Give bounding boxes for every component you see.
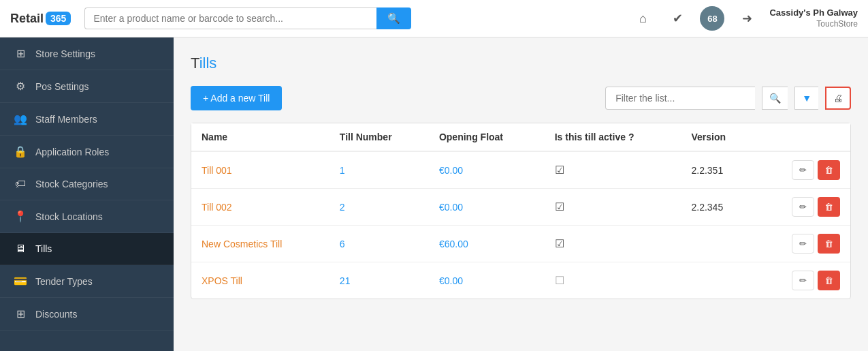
- till-version-cell: [681, 226, 756, 262]
- till-active-cell: ☑: [545, 151, 681, 189]
- till-actions-cell: ✏ 🗑: [756, 262, 850, 299]
- till-active-checkbox[interactable]: ☑: [555, 164, 564, 176]
- discounts-icon: ⊞: [14, 307, 27, 320]
- store-settings-icon: ⊞: [14, 47, 27, 60]
- action-buttons: ✏ 🗑: [767, 160, 840, 180]
- header-icons: ⌂ ✔ 68 ➜ Cassidy's Ph Galway TouchStore: [630, 6, 858, 31]
- col-name: Name: [191, 123, 329, 151]
- delete-till-button[interactable]: 🗑: [818, 234, 840, 254]
- title-prefix: T: [191, 55, 199, 72]
- table-row: XPOS Till 21 €0.00 ☐ ✏ 🗑: [191, 262, 850, 299]
- col-actions: [756, 123, 850, 151]
- filter-input[interactable]: [605, 87, 755, 110]
- check-icon[interactable]: ✔: [665, 6, 690, 31]
- sidebar-item-discounts[interactable]: ⊞ Discounts: [0, 298, 174, 331]
- till-number-cell: 2: [329, 189, 429, 226]
- sidebar-item-staff-members[interactable]: 👥 Staff Members: [0, 103, 174, 136]
- sidebar-item-application-roles[interactable]: 🔒 Application Roles: [0, 136, 174, 168]
- tills-table-container: Name Till Number Opening Float Is this t…: [191, 123, 851, 299]
- action-buttons: ✏ 🗑: [767, 271, 840, 290]
- logo-badge: 365: [46, 12, 71, 25]
- user-info: Cassidy's Ph Galway TouchStore: [769, 7, 858, 29]
- page-title: Tills: [191, 55, 851, 72]
- till-name-cell: Till 001: [191, 151, 329, 189]
- tills-icon: 🖥: [14, 243, 27, 255]
- add-till-button[interactable]: + Add a new Till: [191, 86, 282, 110]
- user-name: Cassidy's Ph Galway: [769, 7, 858, 19]
- till-number-value: 21: [340, 275, 351, 286]
- till-actions-cell: ✏ 🗑: [756, 189, 850, 226]
- till-name-cell: XPOS Till: [191, 262, 329, 299]
- sidebar-label-stock-categories: Stock Categories: [35, 179, 108, 189]
- delete-till-button[interactable]: 🗑: [818, 160, 840, 180]
- notification-badge[interactable]: 68: [700, 6, 724, 31]
- application-roles-icon: 🔒: [14, 145, 27, 158]
- sidebar-label-stock-locations: Stock Locations: [35, 211, 103, 222]
- edit-till-button[interactable]: ✏: [792, 197, 814, 217]
- edit-till-button[interactable]: ✏: [792, 271, 814, 290]
- till-active-cell: ☑: [545, 189, 681, 226]
- till-active-checkbox[interactable]: ☐: [555, 275, 564, 286]
- till-float-cell: €0.00: [429, 262, 545, 299]
- col-active: Is this till active ?: [545, 123, 681, 151]
- till-number-value: 2: [340, 202, 345, 213]
- till-active-checkbox[interactable]: ☑: [555, 201, 564, 213]
- sidebar-label-pos-settings: Pos Settings: [35, 81, 89, 92]
- edit-till-button[interactable]: ✏: [792, 234, 814, 254]
- till-actions-cell: ✏ 🗑: [756, 151, 850, 189]
- till-number-value: 6: [340, 239, 345, 249]
- title-rest: lls: [203, 55, 217, 72]
- till-float-value: €60.00: [439, 239, 468, 249]
- sidebar-label-staff-members: Staff Members: [35, 114, 97, 125]
- till-name-cell: Till 002: [191, 189, 329, 226]
- sidebar-item-stock-categories[interactable]: 🏷 Stock Categories: [0, 168, 174, 200]
- stock-locations-icon: 📍: [14, 210, 27, 223]
- sidebar-label-application-roles: Application Roles: [35, 147, 109, 157]
- tills-table: Name Till Number Opening Float Is this t…: [191, 123, 850, 299]
- sidebar-item-tender-types[interactable]: 💳 Tender Types: [0, 265, 174, 298]
- filter-funnel-button[interactable]: ▼: [794, 87, 818, 110]
- till-number-value: 1: [340, 165, 345, 176]
- sidebar-item-stock-locations[interactable]: 📍 Stock Locations: [0, 200, 174, 233]
- sidebar-label-store-settings: Store Settings: [35, 48, 95, 59]
- delete-till-button[interactable]: 🗑: [818, 197, 840, 217]
- action-buttons: ✏ 🗑: [767, 234, 840, 254]
- till-float-cell: €60.00: [429, 226, 545, 262]
- delete-till-button[interactable]: 🗑: [818, 271, 840, 290]
- sidebar-item-tills[interactable]: 🖥 Tills: [0, 233, 174, 265]
- print-button[interactable]: 🖨: [825, 87, 851, 110]
- till-active-cell: ☐: [545, 262, 681, 299]
- sidebar-item-pos-settings[interactable]: ⚙ Pos Settings: [0, 70, 174, 103]
- header-row: Name Till Number Opening Float Is this t…: [191, 123, 850, 151]
- sidebar-label-tills: Tills: [35, 243, 52, 254]
- sidebar-label-tender-types: Tender Types: [35, 276, 93, 287]
- col-opening-float: Opening Float: [429, 123, 545, 151]
- till-name-link[interactable]: XPOS Till: [202, 275, 242, 286]
- col-version: Version: [681, 123, 756, 151]
- col-till-number: Till Number: [329, 123, 429, 151]
- till-version-cell: 2.2.345: [681, 189, 756, 226]
- sidebar-label-discounts: Discounts: [35, 309, 77, 320]
- till-float-value: €0.00: [439, 275, 463, 286]
- till-float-value: €0.00: [439, 202, 463, 213]
- home-icon[interactable]: ⌂: [630, 6, 655, 31]
- search-button[interactable]: 🔍: [376, 7, 411, 29]
- edit-till-button[interactable]: ✏: [792, 160, 814, 180]
- till-version-cell: 2.2.351: [681, 151, 756, 189]
- table-row: Till 001 1 €0.00 ☑ 2.2.351 ✏ 🗑: [191, 151, 850, 189]
- table-row: New Cosmetics Till 6 €60.00 ☑ ✏ 🗑: [191, 226, 850, 262]
- till-name-link[interactable]: Till 002: [202, 202, 232, 213]
- stock-categories-icon: 🏷: [14, 178, 27, 190]
- filter-search-button[interactable]: 🔍: [762, 87, 788, 110]
- content-area: Tills + Add a new Till 🔍 ▼ 🖨 Name Till N…: [174, 37, 868, 351]
- logout-icon[interactable]: ➜: [735, 6, 759, 31]
- till-name-link[interactable]: New Cosmetics Till: [202, 239, 282, 249]
- till-number-cell: 21: [329, 262, 429, 299]
- search-input[interactable]: [84, 7, 376, 29]
- till-name-link[interactable]: Till 001: [202, 165, 232, 176]
- till-active-checkbox[interactable]: ☑: [555, 238, 564, 249]
- sidebar-item-store-settings[interactable]: ⊞ Store Settings: [0, 37, 174, 70]
- till-version-value: 2.2.351: [691, 165, 723, 176]
- logo-text: Retail: [10, 12, 44, 26]
- sidebar-scroll: ⊞ Store Settings ⚙ Pos Settings 👥 Staff …: [0, 37, 174, 331]
